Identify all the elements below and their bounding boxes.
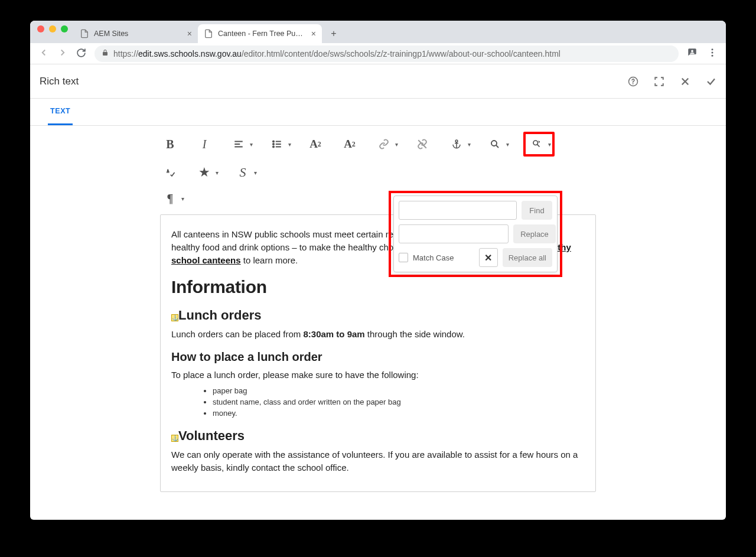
- match-case-checkbox[interactable]: Match Case: [399, 253, 474, 262]
- svg-point-4: [633, 83, 634, 84]
- window-controls: [36, 25, 74, 38]
- browser-window: AEM Sites × Canteen - Fern Tree Public S…: [30, 21, 726, 520]
- chevron-down-icon: ▾: [250, 141, 253, 148]
- address-bar: https://edit.sws.schools.nsw.gov.au/edit…: [30, 43, 726, 64]
- tab-title: Canteen - Fern Tree Public Sch: [218, 30, 307, 38]
- find-button[interactable]: [485, 134, 505, 154]
- find-replace-highlight: Find Replace Match Case ✕ Replace all: [389, 191, 562, 277]
- close-window-button[interactable]: [37, 25, 44, 32]
- chevron-down-icon: ▾: [288, 141, 291, 148]
- volunteers-paragraph: We can only operate with the assistance …: [171, 448, 585, 474]
- find-replace-button[interactable]: [527, 134, 547, 154]
- svg-point-1: [712, 52, 713, 54]
- chevron-down-icon: ▾: [468, 141, 471, 148]
- superscript-button[interactable]: A2: [340, 134, 360, 154]
- svg-point-0: [712, 48, 713, 50]
- lock-icon: [102, 49, 109, 58]
- replace-action-button[interactable]: Replace: [513, 224, 556, 243]
- anchor-marker-icon: ⚓: [171, 435, 178, 442]
- browser-tabs: AEM Sites × Canteen - Fern Tree Public S…: [74, 21, 342, 43]
- heading-information: Information: [171, 277, 585, 297]
- page-icon: [80, 29, 89, 38]
- list-item: money.: [213, 409, 585, 418]
- styles-button[interactable]: S: [233, 162, 253, 183]
- rich-text-toolbar-row2: ¶▾: [30, 186, 726, 214]
- editor-tabbar: TEXT: [30, 99, 726, 126]
- editor-actions: [628, 76, 716, 87]
- list-item: student name, class and order written on…: [213, 398, 585, 406]
- list-item: paper bag: [213, 386, 585, 395]
- find-replace-popover: Find Replace Match Case ✕ Replace all: [393, 196, 558, 272]
- svg-point-20: [491, 141, 497, 146]
- close-tab-icon[interactable]: ×: [187, 29, 192, 38]
- rich-text-toolbar: B I ▾ ▾ A2 A2 ▾ ▾ ▾ ▾ ★▾ S▾: [30, 126, 726, 186]
- editor-body: B I ▾ ▾ A2 A2 ▾ ▾ ▾ ▾ ★▾ S▾ ¶▾: [30, 126, 726, 504]
- tab-text[interactable]: TEXT: [48, 99, 73, 125]
- svg-point-15: [273, 146, 274, 147]
- close-tab-icon[interactable]: ×: [311, 29, 316, 38]
- page-icon: [204, 29, 213, 38]
- account-icon[interactable]: [687, 47, 698, 60]
- checkbox-icon: [399, 253, 408, 262]
- link-button[interactable]: [374, 134, 394, 154]
- svg-point-22: [533, 141, 538, 145]
- order-requirements-list: paper bag student name, class and order …: [171, 386, 585, 418]
- cancel-button[interactable]: [680, 76, 690, 87]
- unlink-button[interactable]: [412, 134, 432, 154]
- subscript-button[interactable]: A2: [305, 134, 325, 154]
- lunch-orders-paragraph: Lunch orders can be placed from 8:30am t…: [171, 328, 585, 341]
- back-button[interactable]: [38, 47, 49, 60]
- help-button[interactable]: [628, 76, 638, 87]
- editor-title: Rich text: [40, 76, 79, 87]
- replace-input[interactable]: [399, 224, 509, 243]
- how-to-paragraph: To place a lunch order, please make sure…: [171, 369, 585, 382]
- align-button[interactable]: [229, 134, 249, 154]
- anchor-button[interactable]: [447, 134, 467, 154]
- reload-button[interactable]: [76, 48, 86, 60]
- find-input[interactable]: [399, 201, 517, 220]
- bold-button[interactable]: B: [160, 134, 180, 154]
- address-field[interactable]: https://edit.sws.schools.nsw.gov.au/edit…: [94, 45, 679, 62]
- italic-button[interactable]: I: [194, 134, 214, 154]
- heading-lunch-orders: ⚓Lunch orders: [171, 308, 585, 323]
- tab-strip: AEM Sites × Canteen - Fern Tree Public S…: [30, 21, 726, 43]
- svg-point-17: [455, 140, 458, 142]
- list-button[interactable]: [267, 134, 287, 154]
- menu-button[interactable]: [707, 47, 718, 60]
- minimize-window-button[interactable]: [49, 25, 56, 32]
- svg-point-2: [712, 55, 713, 57]
- tab-title: AEM Sites: [94, 30, 183, 38]
- svg-point-14: [273, 144, 274, 145]
- chevron-down-icon: ▾: [181, 196, 184, 202]
- done-button[interactable]: [706, 76, 716, 87]
- anchor-marker-icon: ⚓: [171, 314, 178, 321]
- maximize-window-button[interactable]: [61, 25, 68, 32]
- editor-header: Rich text: [30, 64, 726, 99]
- chevron-down-icon: ▾: [216, 170, 219, 176]
- chevron-down-icon: ▾: [548, 141, 551, 148]
- chevron-down-icon: ▾: [395, 141, 398, 148]
- special-char-button[interactable]: ★: [194, 162, 214, 183]
- url-text: https://edit.sws.schools.nsw.gov.au/edit…: [113, 49, 561, 58]
- replace-all-button[interactable]: Replace all: [503, 248, 552, 267]
- svg-point-13: [273, 141, 274, 142]
- heading-volunteers: ⚓Volunteers: [171, 428, 585, 444]
- chevron-down-icon: ▾: [506, 141, 509, 148]
- chevron-down-icon: ▾: [254, 170, 257, 176]
- browser-tab-active[interactable]: Canteen - Fern Tree Public Sch ×: [198, 24, 322, 43]
- new-tab-button[interactable]: +: [325, 25, 342, 42]
- spellcheck-button[interactable]: [160, 162, 180, 183]
- browser-tab-inactive[interactable]: AEM Sites ×: [74, 24, 198, 43]
- rich-text-content[interactable]: Find Replace Match Case ✕ Replace all: [160, 214, 596, 492]
- heading-how-to-order: How to place a lunch order: [171, 350, 585, 364]
- paragraph-format-button[interactable]: ¶: [160, 188, 180, 209]
- forward-button[interactable]: [57, 47, 68, 60]
- match-case-label: Match Case: [413, 253, 454, 262]
- svg-line-23: [537, 145, 540, 147]
- close-popover-button[interactable]: ✕: [479, 248, 498, 267]
- find-action-button[interactable]: Find: [522, 201, 552, 220]
- fullscreen-button[interactable]: [654, 76, 664, 87]
- svg-line-21: [496, 145, 498, 148]
